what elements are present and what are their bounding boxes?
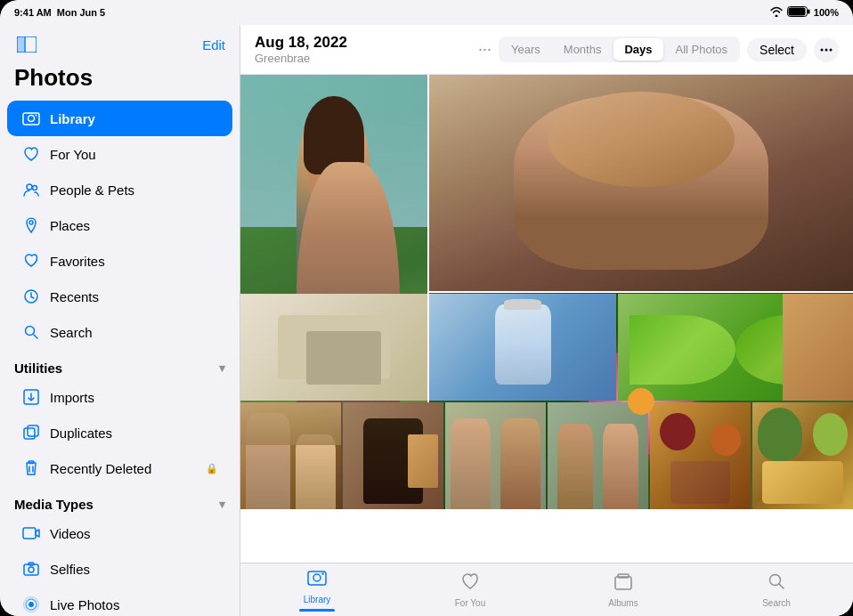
sidebar-toggle-icon[interactable] [14, 32, 39, 57]
battery-icon [787, 6, 810, 19]
svg-point-11 [29, 221, 33, 224]
bottom-library-label: Library [304, 595, 331, 604]
main-content: Edit Photos Library [0, 25, 853, 616]
photo-location: Greenbrae [255, 52, 347, 65]
status-date: Mon Jun 5 [57, 7, 105, 18]
svg-rect-2 [788, 8, 805, 16]
view-tabs: Years Months Days All Photos [499, 36, 740, 62]
bottom-tab-library[interactable]: Library [240, 564, 394, 615]
status-time: 9:41 AM [14, 7, 52, 18]
bottom-tab-albums[interactable]: Albums [547, 568, 700, 612]
svg-point-10 [33, 186, 37, 190]
svg-rect-33 [618, 574, 629, 578]
bottom-for-you-icon [460, 571, 480, 596]
three-dots-center[interactable]: ··· [478, 40, 491, 59]
live-photos-icon [21, 595, 41, 614]
photo-cell-11[interactable] [618, 294, 853, 401]
recents-label: Recents [50, 289, 218, 304]
search-sidebar-icon [21, 322, 41, 342]
sidebar-item-recently-deleted[interactable]: Recently Deleted 🔒 [7, 450, 232, 486]
tab-days[interactable]: Days [613, 38, 662, 61]
places-label: Places [50, 218, 218, 233]
svg-rect-1 [808, 10, 810, 14]
select-button[interactable]: Select [747, 38, 807, 61]
favorites-icon [21, 251, 41, 271]
library-label: Library [50, 111, 218, 126]
duplicates-label: Duplicates [50, 426, 218, 441]
bottom-library-icon [307, 568, 327, 592]
favorites-label: Favorites [50, 254, 218, 269]
lock-icon: 🔒 [206, 463, 218, 474]
sidebar-item-selfies[interactable]: Selfies [7, 551, 232, 587]
svg-point-27 [825, 48, 828, 51]
duplicates-icon [21, 423, 41, 442]
media-types-section-header: Media Types ▾ [0, 486, 240, 515]
svg-point-20 [28, 567, 34, 572]
photo-cell-1[interactable] [429, 75, 853, 291]
sidebar-item-for-you[interactable]: For You [7, 136, 232, 172]
people-pets-icon [21, 180, 41, 199]
svg-rect-3 [17, 36, 24, 53]
media-types-chevron[interactable]: ▾ [219, 498, 225, 511]
sidebar-item-videos[interactable]: Videos [7, 515, 232, 551]
svg-rect-16 [28, 426, 38, 436]
svg-rect-18 [23, 528, 36, 539]
selfies-label: Selfies [50, 562, 218, 577]
utilities-chevron[interactable]: ▾ [219, 361, 225, 375]
device-frame: 9:41 AM Mon Jun 5 100% [0, 0, 853, 616]
videos-label: Videos [50, 526, 218, 541]
more-options-button[interactable] [814, 37, 839, 62]
wifi-icon [769, 6, 784, 19]
sidebar-item-live-photos[interactable]: Live Photos [7, 587, 232, 616]
sidebar-item-duplicates[interactable]: Duplicates [7, 415, 232, 450]
utilities-section-header: Utilities ▾ [0, 350, 240, 379]
sidebar-item-library[interactable]: Library [7, 101, 232, 136]
svg-rect-15 [24, 428, 35, 439]
bottom-albums-icon [613, 571, 633, 596]
photo-cell-10[interactable] [429, 294, 616, 401]
svg-point-30 [313, 574, 321, 581]
svg-point-28 [830, 48, 833, 51]
places-icon [21, 215, 41, 235]
tab-years[interactable]: Years [500, 38, 551, 61]
for-you-icon [21, 144, 41, 164]
selfies-icon [21, 559, 41, 579]
sidebar-item-search[interactable]: Search [7, 314, 232, 350]
sidebar-item-favorites[interactable]: Favorites [7, 243, 232, 279]
tab-all-photos[interactable]: All Photos [665, 38, 739, 61]
media-types-label: Media Types [14, 497, 93, 512]
for-you-label: For You [50, 147, 218, 162]
svg-rect-32 [615, 577, 631, 589]
svg-rect-19 [24, 564, 38, 575]
sidebar-item-places[interactable]: Places [7, 207, 232, 243]
bottom-search-icon [767, 571, 786, 596]
tab-months[interactable]: Months [553, 38, 613, 61]
svg-point-8 [36, 115, 37, 117]
photo-cell-9[interactable] [240, 294, 427, 401]
svg-point-13 [26, 327, 35, 336]
sidebar-item-people-pets[interactable]: People & Pets [7, 172, 232, 207]
photo-grid [240, 75, 853, 563]
imports-icon [21, 387, 41, 407]
bottom-tab-for-you[interactable]: For You [394, 568, 547, 612]
photo-area: Aug 18, 2022 Greenbrae ··· Years Months … [240, 25, 853, 616]
imports-label: Imports [50, 390, 218, 405]
library-icon [21, 109, 41, 128]
bottom-for-you-label: For You [455, 598, 485, 608]
svg-point-9 [27, 184, 32, 190]
recently-deleted-label: Recently Deleted [50, 461, 197, 476]
svg-point-31 [321, 572, 323, 574]
sidebar-item-recents[interactable]: Recents [7, 279, 232, 314]
photo-date-info: Aug 18, 2022 Greenbrae [255, 34, 347, 65]
svg-point-7 [28, 116, 35, 122]
bottom-tab-search[interactable]: Search [700, 568, 853, 612]
photo-date: Aug 18, 2022 [255, 34, 347, 52]
bottom-tabs: Library For You [240, 563, 853, 616]
recents-icon [21, 287, 41, 306]
bottom-search-label: Search [762, 598, 791, 608]
recently-deleted-icon [21, 458, 41, 478]
sidebar-item-imports[interactable]: Imports [7, 379, 232, 415]
svg-point-22 [28, 602, 34, 607]
edit-button[interactable]: Edit [202, 37, 225, 53]
photo-header: Aug 18, 2022 Greenbrae ··· Years Months … [240, 25, 853, 75]
